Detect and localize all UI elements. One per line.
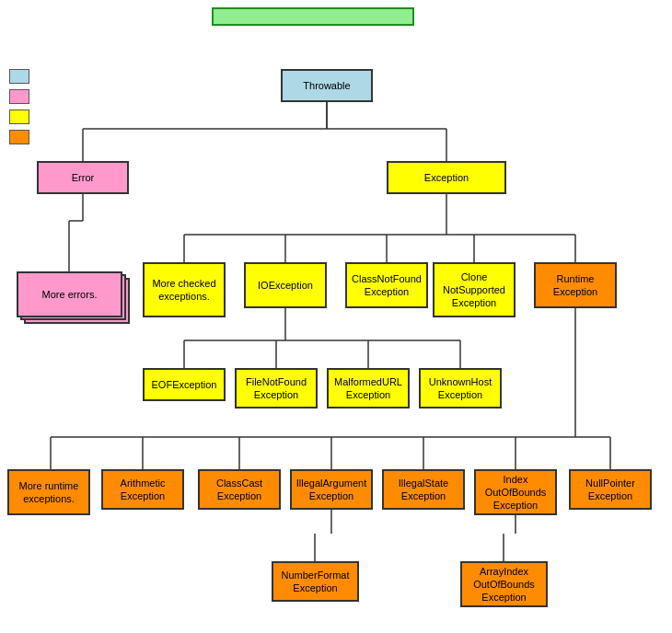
node-more_errors: More errors. [17,271,122,317]
node-unknownhost: UnknownHost Exception [419,368,502,409]
legend-color-yellow [9,109,29,124]
node-runtime: Runtime Exception [534,262,617,308]
node-illegalstate: IllegalState Exception [382,469,465,510]
node-clonenotsupported: Clone NotSupported Exception [433,262,516,317]
node-classcast: ClassCast Exception [198,469,281,510]
node-more_runtime: More runtime exceptions. [7,469,90,515]
node-eofexception: EOFException [143,368,226,401]
node-arrayindex: ArrayIndex OutOfBounds Exception [460,561,548,607]
legend-item-yellow [9,109,37,124]
node-indexoutofbounds: Index OutOfBounds Exception [474,469,557,515]
page-title [212,7,414,26]
node-numberformat: NumberFormat Exception [272,561,359,602]
legend-color-orange [9,130,29,144]
node-throwable: Throwable [281,69,373,102]
legend-item-cyan [9,69,37,84]
node-more_checked: More checked exceptions. [143,262,226,317]
node-nullpointer: NullPointer Exception [569,469,652,510]
node-classnotfound: ClassNotFound Exception [345,262,428,308]
node-exception: Exception [387,161,506,194]
legend-item-pink [9,89,37,104]
legend-item-orange [9,130,37,144]
legend-color-cyan [9,69,29,84]
legend-color-pink [9,89,29,104]
node-ioexception: IOException [244,262,327,308]
node-filenotfound: FileNotFound Exception [235,368,318,409]
legend [9,69,37,150]
node-malformedurl: MalformedURL Exception [327,368,410,409]
node-arithmetic: Arithmetic Exception [101,469,184,510]
node-illegalarg: IllegalArgument Exception [290,469,373,510]
node-error: Error [37,161,129,194]
